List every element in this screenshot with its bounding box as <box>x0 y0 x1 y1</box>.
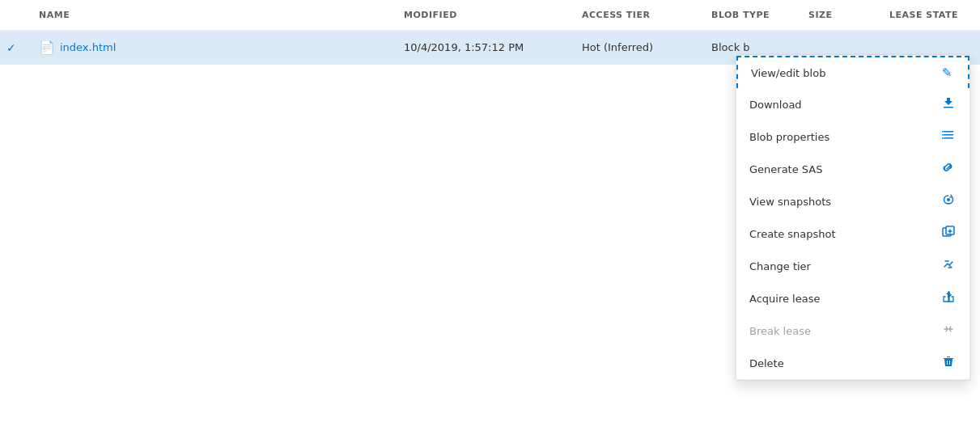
table-header: NAME MODIFIED ACCESS TIER BLOB TYPE SIZE… <box>0 0 980 31</box>
menu-item-label-delete: Delete <box>749 357 784 369</box>
svg-point-7 <box>947 198 950 201</box>
delete-icon <box>940 355 957 371</box>
menu-item-label-acquire-lease: Acquire lease <box>749 293 820 305</box>
row-blob-type-cell: Block b <box>705 38 802 57</box>
file-name[interactable]: index.html <box>60 41 116 53</box>
svg-rect-0 <box>944 107 953 108</box>
menu-item-blob-properties[interactable]: Blob properties <box>736 120 969 153</box>
menu-item-label-view-edit-blob: View/edit blob <box>751 67 825 79</box>
row-lease-state-cell <box>883 44 980 51</box>
svg-rect-3 <box>944 137 953 139</box>
row-size-cell <box>802 44 883 51</box>
menu-item-view-snapshots[interactable]: View snapshots <box>736 185 969 217</box>
menu-item-break-lease: Break lease <box>736 314 969 347</box>
menu-item-generate-sas[interactable]: Generate SAS <box>736 153 969 185</box>
menu-item-label-create-snapshot: Create snapshot <box>749 228 836 240</box>
create-snapshot-icon <box>940 226 957 242</box>
menu-item-create-snapshot[interactable]: Create snapshot <box>736 217 969 250</box>
menu-item-delete[interactable]: Delete <box>736 347 969 379</box>
svg-rect-2 <box>944 134 953 136</box>
properties-icon <box>940 129 957 145</box>
col-check <box>0 6 32 23</box>
col-name: NAME <box>32 6 397 23</box>
link-icon <box>940 161 957 177</box>
svg-rect-5 <box>942 134 944 136</box>
menu-item-change-tier[interactable]: Change tier <box>736 250 969 282</box>
menu-item-label-break-lease: Break lease <box>749 325 811 337</box>
svg-rect-4 <box>942 131 944 133</box>
svg-rect-6 <box>942 137 944 139</box>
row-name-cell: 📄 index.html <box>32 36 397 58</box>
menu-item-label-change-tier: Change tier <box>749 260 811 272</box>
change-tier-icon <box>940 258 957 274</box>
menu-item-label-download: Download <box>749 99 802 111</box>
col-size: SIZE <box>802 6 883 23</box>
download-icon <box>940 96 957 112</box>
menu-item-label-view-snapshots: View snapshots <box>749 196 831 208</box>
menu-item-acquire-lease[interactable]: Acquire lease <box>736 282 969 314</box>
menu-item-label-blob-properties: Blob properties <box>749 131 829 143</box>
check-icon: ✓ <box>6 41 16 54</box>
break-lease-icon <box>940 323 957 339</box>
svg-rect-1 <box>944 131 953 133</box>
acquire-lease-icon <box>940 290 957 306</box>
menu-item-label-generate-sas: Generate SAS <box>749 163 823 175</box>
context-menu: View/edit blob ✎ Download Blob propertie… <box>736 55 970 380</box>
row-modified-cell: 10/4/2019, 1:57:12 PM <box>397 38 575 57</box>
col-lease-state: LEASE STATE <box>883 6 980 23</box>
menu-item-download[interactable]: Download <box>736 88 969 120</box>
edit-icon: ✎ <box>939 65 955 80</box>
row-access-tier-cell: Hot (Inferred) <box>575 38 705 57</box>
col-modified: MODIFIED <box>397 6 575 23</box>
file-icon: 📄 <box>39 40 55 55</box>
col-access-tier: ACCESS TIER <box>575 6 705 23</box>
row-check-cell: ✓ <box>0 38 32 57</box>
menu-item-view-edit-blob[interactable]: View/edit blob ✎ <box>736 56 969 88</box>
col-blob-type: BLOB TYPE <box>705 6 802 23</box>
snapshots-icon <box>940 193 957 209</box>
